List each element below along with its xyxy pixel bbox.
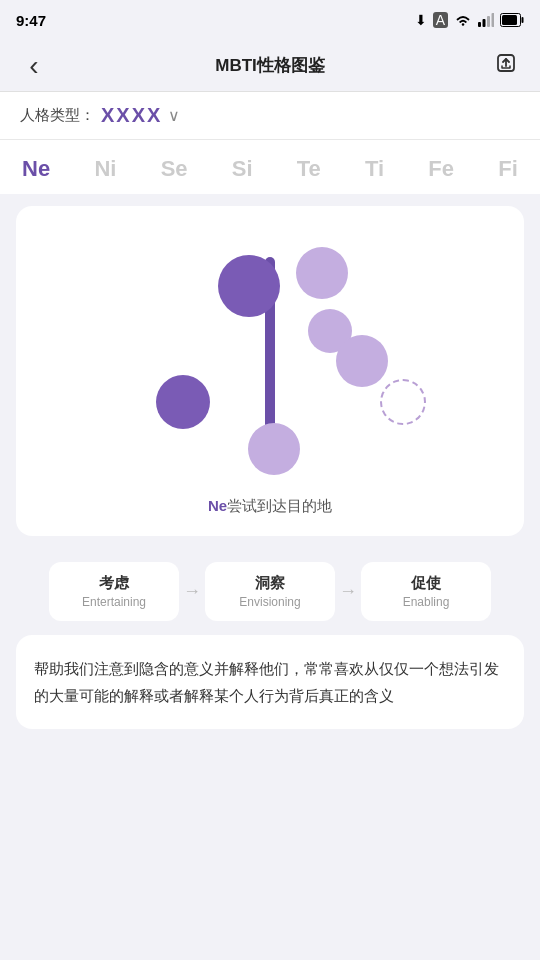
tab-Se[interactable]: Se (155, 154, 194, 184)
share-button[interactable] (488, 52, 524, 79)
battery-icon (500, 13, 524, 27)
tab-Ni[interactable]: Ni (88, 154, 122, 184)
type-selector[interactable]: 人格类型： XXXX ∨ (0, 92, 540, 140)
tab-Ne[interactable]: Ne (16, 154, 56, 184)
process-step-3: 促使 Enabling (361, 562, 491, 621)
status-icons: ⬇ A (415, 12, 524, 28)
step3-en: Enabling (377, 595, 475, 609)
nav-bar: ‹ MBTI性格图鉴 (0, 40, 540, 92)
svg-rect-5 (522, 17, 524, 23)
type-value: XXXX (101, 104, 162, 127)
step3-cn: 促使 (377, 574, 475, 593)
description-text: 帮助我们注意到隐含的意义并解释他们，常常喜欢从仅仅一个想法引发的大量可能的解释或… (34, 655, 506, 709)
ball-6 (248, 423, 300, 475)
status-time: 9:47 (16, 12, 46, 29)
description-card: 帮助我们注意到隐含的意义并解释他们，常常喜欢从仅仅一个想法引发的大量可能的解释或… (16, 635, 524, 729)
process-step-2: 洞察 Envisioning (205, 562, 335, 621)
visualization-card: Ne尝试到达目的地 (16, 206, 524, 536)
download-icon: ⬇ (415, 12, 427, 28)
tab-Si[interactable]: Si (226, 154, 259, 184)
process-row: 考虑 Entertaining → 洞察 Envisioning → 促使 En… (0, 548, 540, 635)
card-label-text: 尝试到达目的地 (227, 497, 332, 514)
back-button[interactable]: ‹ (16, 50, 52, 82)
tab-Fe[interactable]: Fe (422, 154, 460, 184)
step2-en: Envisioning (221, 595, 319, 609)
arrow-icon-2: → (339, 581, 357, 602)
card-label: Ne尝试到达目的地 (208, 497, 332, 516)
signal-icon (478, 13, 494, 27)
svg-rect-6 (502, 15, 517, 25)
tab-Te[interactable]: Te (291, 154, 327, 184)
step1-cn: 考虑 (65, 574, 163, 593)
ball-scene (100, 227, 440, 487)
ball-1 (218, 255, 280, 317)
step2-cn: 洞察 (221, 574, 319, 593)
arrow-icon-1: → (183, 581, 201, 602)
wifi-icon (454, 13, 472, 27)
step1-en: Entertaining (65, 595, 163, 609)
chevron-down-icon: ∨ (168, 106, 180, 125)
tab-Fi[interactable]: Fi (492, 154, 524, 184)
function-tabs: Ne Ni Se Si Te Ti Fe Fi (0, 140, 540, 194)
status-bar: 9:47 ⬇ A (0, 0, 540, 40)
font-icon: A (433, 12, 448, 28)
ball-outline (380, 379, 426, 425)
page-title: MBTI性格图鉴 (215, 54, 325, 77)
svg-rect-0 (478, 22, 481, 27)
ball-5 (156, 375, 210, 429)
type-label: 人格类型： (20, 106, 95, 125)
svg-rect-1 (483, 19, 486, 27)
card-label-highlight: Ne (208, 497, 227, 514)
process-step-1: 考虑 Entertaining (49, 562, 179, 621)
ball-4 (336, 335, 388, 387)
card-container: Ne尝试到达目的地 (0, 194, 540, 548)
svg-rect-2 (487, 16, 490, 27)
ball-2 (296, 247, 348, 299)
tab-Ti[interactable]: Ti (359, 154, 390, 184)
svg-rect-3 (492, 13, 495, 27)
